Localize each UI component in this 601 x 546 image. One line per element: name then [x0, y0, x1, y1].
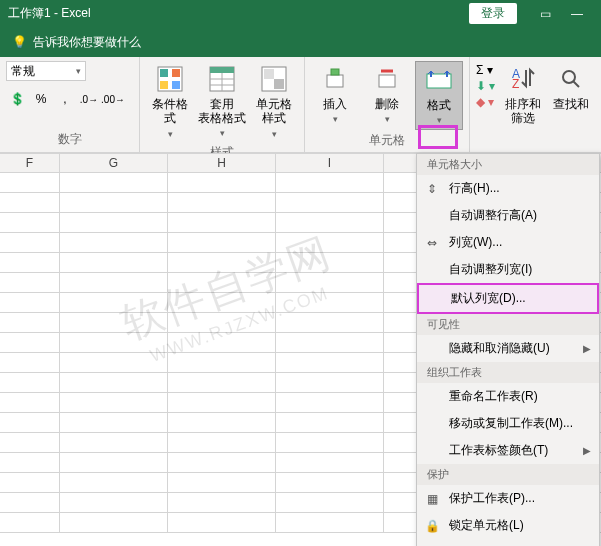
format-button[interactable]: 格式▾ — [415, 61, 463, 130]
cell[interactable] — [168, 513, 276, 532]
cell[interactable] — [276, 353, 384, 372]
cell[interactable] — [0, 473, 60, 492]
sort-filter-button[interactable]: AZ 排序和筛选 — [499, 61, 547, 128]
insert-button[interactable]: 插入▾ — [311, 61, 359, 128]
cell[interactable] — [168, 293, 276, 312]
menu-move-copy-sheet[interactable]: 移动或复制工作表(M)... — [417, 410, 599, 437]
tell-me-bar[interactable]: 💡 告诉我你想要做什么 — [0, 27, 601, 57]
cell[interactable] — [60, 453, 168, 472]
conditional-format-button[interactable]: 条件格式▾ — [146, 61, 194, 142]
cell[interactable] — [0, 273, 60, 292]
cell[interactable] — [168, 233, 276, 252]
cell[interactable] — [276, 333, 384, 352]
cell[interactable] — [168, 193, 276, 212]
cell[interactable] — [60, 393, 168, 412]
autosum-icon[interactable]: Σ ▾ — [476, 63, 493, 77]
cell[interactable] — [60, 213, 168, 232]
cell[interactable] — [0, 413, 60, 432]
cell[interactable] — [168, 413, 276, 432]
cell[interactable] — [276, 373, 384, 392]
cell[interactable] — [168, 173, 276, 192]
cell[interactable] — [276, 313, 384, 332]
minimize-icon[interactable]: — — [565, 4, 589, 24]
comma-button[interactable]: , — [54, 89, 76, 109]
cell[interactable] — [60, 313, 168, 332]
cell[interactable] — [60, 433, 168, 452]
col-header[interactable]: G — [60, 154, 168, 172]
clear-icon[interactable]: ◆ ▾ — [476, 95, 494, 109]
cell-styles-button[interactable]: 单元格样式▾ — [250, 61, 298, 142]
cell[interactable] — [0, 393, 60, 412]
col-header[interactable]: I — [276, 154, 384, 172]
cell[interactable] — [168, 213, 276, 232]
menu-rename-sheet[interactable]: 重命名工作表(R) — [417, 383, 599, 410]
menu-protect-sheet[interactable]: ▦保护工作表(P)... — [417, 485, 599, 512]
fill-icon[interactable]: ⬇ ▾ — [476, 79, 495, 93]
cell[interactable] — [60, 333, 168, 352]
cell[interactable] — [60, 513, 168, 532]
cell[interactable] — [60, 233, 168, 252]
cell[interactable] — [168, 253, 276, 272]
cell[interactable] — [0, 453, 60, 472]
cell[interactable] — [168, 333, 276, 352]
cell[interactable] — [0, 373, 60, 392]
cell[interactable] — [0, 513, 60, 532]
cell[interactable] — [60, 493, 168, 512]
percent-button[interactable]: % — [30, 89, 52, 109]
cell[interactable] — [0, 193, 60, 212]
cell[interactable] — [60, 413, 168, 432]
cell[interactable] — [0, 353, 60, 372]
cell[interactable] — [276, 493, 384, 512]
cell[interactable] — [276, 453, 384, 472]
cell[interactable] — [60, 353, 168, 372]
menu-format-cells[interactable]: ▤设置单元格格式(E)... — [417, 539, 599, 546]
cell[interactable] — [60, 373, 168, 392]
menu-row-height[interactable]: ⇕行高(H)... — [417, 175, 599, 202]
cell[interactable] — [276, 253, 384, 272]
cell[interactable] — [168, 393, 276, 412]
cell[interactable] — [276, 473, 384, 492]
decrease-decimal-button[interactable]: .00→ — [102, 89, 124, 109]
cell[interactable] — [0, 173, 60, 192]
cell[interactable] — [276, 393, 384, 412]
cell[interactable] — [0, 293, 60, 312]
cell[interactable] — [0, 313, 60, 332]
cell[interactable] — [168, 353, 276, 372]
increase-decimal-button[interactable]: .0→ — [78, 89, 100, 109]
cell[interactable] — [60, 273, 168, 292]
col-header[interactable]: H — [168, 154, 276, 172]
cell[interactable] — [276, 193, 384, 212]
cell[interactable] — [60, 473, 168, 492]
delete-button[interactable]: 删除▾ — [363, 61, 411, 128]
col-header[interactable]: F — [0, 154, 60, 172]
currency-button[interactable]: 💲 — [6, 89, 28, 109]
menu-tab-color[interactable]: 工作表标签颜色(T)▶ — [417, 437, 599, 464]
cell[interactable] — [0, 493, 60, 512]
cell[interactable] — [60, 253, 168, 272]
cell[interactable] — [168, 373, 276, 392]
cell[interactable] — [276, 273, 384, 292]
menu-hide-unhide[interactable]: 隐藏和取消隐藏(U)▶ — [417, 335, 599, 362]
cell[interactable] — [276, 413, 384, 432]
cell[interactable] — [276, 233, 384, 252]
cell[interactable] — [168, 453, 276, 472]
menu-default-width[interactable]: 默认列宽(D)... — [417, 283, 599, 314]
cell[interactable] — [0, 213, 60, 232]
cell[interactable] — [0, 333, 60, 352]
cell[interactable] — [276, 293, 384, 312]
cell[interactable] — [60, 293, 168, 312]
cell[interactable] — [276, 173, 384, 192]
cell[interactable] — [168, 273, 276, 292]
cell[interactable] — [60, 173, 168, 192]
cell[interactable] — [276, 433, 384, 452]
menu-lock-cell[interactable]: 🔒锁定单元格(L) — [417, 512, 599, 539]
cell[interactable] — [168, 473, 276, 492]
menu-col-width[interactable]: ⇔列宽(W)... — [417, 229, 599, 256]
number-format-combo[interactable]: 常规 ▾ — [6, 61, 86, 81]
menu-autofit-col[interactable]: 自动调整列宽(I) — [417, 256, 599, 283]
cell[interactable] — [276, 213, 384, 232]
cell[interactable] — [0, 253, 60, 272]
cell[interactable] — [168, 493, 276, 512]
cell[interactable] — [168, 313, 276, 332]
cell[interactable] — [0, 433, 60, 452]
